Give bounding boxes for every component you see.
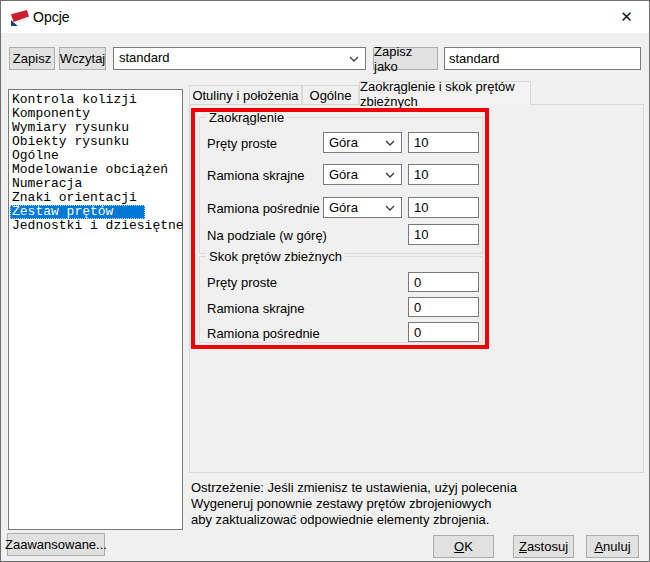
chevron-down-icon [349,56,359,62]
cancel-button[interactable]: Anuluj [586,535,639,558]
sidebar-item-znaki-orientacji[interactable]: Znaki orientacji [10,191,182,205]
warning-text: Ostrzeżenie: Jeśli zmienisz te ustawieni… [191,480,521,528]
ramiona-posrednie-input[interactable] [408,197,479,218]
ok-button[interactable]: OK [433,535,494,558]
save-button[interactable]: Zapisz [9,47,55,70]
warning-line-1: Ostrzeżenie: Jeśli zmienisz te ustawieni… [191,480,521,496]
options-dialog: Opcje ✕ Zapisz Wczytaj standard Zapisz j… [0,0,650,562]
label-na-podziale: Na podziale (w górę) [207,228,327,243]
chevron-down-icon [385,140,395,146]
sidebar-item-modelowanie-obciazen[interactable]: Modelowanie obciążeń [10,163,182,177]
profile-combobox[interactable]: standard [113,47,366,70]
label-prety-proste: Pręty proste [207,136,277,151]
label-ramiona-posrednie: Ramiona pośrednie [207,201,320,216]
label-skok-ramiona-posrednie: Ramiona pośrednie [207,326,320,341]
apply-button-accesskey: Z [519,539,527,554]
profile-combobox-value: standard [119,50,170,65]
category-listbox[interactable]: Kontrola kolizji Komponenty Wymiary rysu… [8,89,183,530]
tab-otuliny-i-polozenia[interactable]: Otuliny i położenia [189,85,302,104]
cancel-button-accesskey: A [594,539,603,554]
sidebar-item-wymiary-rysunku[interactable]: Wymiary rysunku [10,121,182,135]
sidebar-item-zestaw-pretow[interactable]: Zestaw prętów [10,205,182,219]
prety-proste-dropdown-value: Góra [329,135,358,150]
label-ramiona-skrajne: Ramiona skrajne [207,168,305,183]
app-logo-icon [10,8,30,26]
label-skok-prety-proste: Pręty proste [207,275,277,290]
cancel-button-label: nuluj [603,539,630,554]
ok-button-accesskey: O [454,539,464,554]
chevron-down-icon [385,172,395,178]
ramiona-posrednie-dropdown-value: Góra [329,200,358,215]
group-zaokraglenie-legend: Zaokrąglenie [206,110,287,125]
window-title: Opcje [33,9,70,25]
ramiona-skrajne-dropdown-value: Góra [329,167,358,182]
ramiona-posrednie-dropdown[interactable]: Góra [323,197,402,218]
skok-ramiona-skrajne-input[interactable] [408,297,479,317]
sidebar-item-jednostki-i-dziesietne[interactable]: Jednostki i dziesiętne [10,219,182,233]
save-as-input[interactable] [444,47,641,70]
ok-button-label: K [464,539,473,554]
close-icon[interactable]: ✕ [604,1,649,32]
apply-button-label: astosuj [527,539,568,554]
skok-ramiona-posrednie-input[interactable] [408,322,479,342]
sidebar-item-obiekty-rysunku[interactable]: Obiekty rysunku [10,135,182,149]
logo-flag-shape [11,10,29,22]
load-button[interactable]: Wczytaj [59,47,106,70]
group-skok-pretow-legend: Skok prętów zbieżnych [206,249,345,264]
advanced-button[interactable]: Zaawansowane... [7,533,105,556]
ramiona-skrajne-input[interactable] [408,164,479,185]
tab-ogolne[interactable]: Ogólne [302,85,359,104]
skok-prety-proste-input[interactable] [408,272,479,292]
warning-line-3: aby zaktualizować odpowiednie elementy z… [191,512,521,528]
sidebar-item-numeracja[interactable]: Numeracja [10,177,182,191]
title-bar: Opcje ✕ [1,1,649,33]
sidebar-item-kontrola-kolizji[interactable]: Kontrola kolizji [10,93,182,107]
warning-line-2: Wygeneruj ponownie zestawy prętów zbroje… [191,496,521,512]
ramiona-skrajne-dropdown[interactable]: Góra [323,164,402,185]
chevron-down-icon [385,205,395,211]
sidebar-item-komponenty[interactable]: Komponenty [10,107,182,121]
prety-proste-dropdown[interactable]: Góra [323,132,402,153]
tab-zaokraglenie-i-skok[interactable]: Zaokrąglenie i skok prętów zbieżnych [359,81,531,105]
na-podziale-input[interactable] [408,224,479,245]
selected-item-highlight: Zestaw prętów [10,205,145,219]
prety-proste-input[interactable] [408,132,479,153]
apply-button[interactable]: Zastosuj [513,535,574,558]
label-skok-ramiona-skrajne: Ramiona skrajne [207,301,305,316]
sidebar-item-ogolne[interactable]: Ogólne [10,149,182,163]
save-as-button[interactable]: Zapisz jako [373,47,438,70]
